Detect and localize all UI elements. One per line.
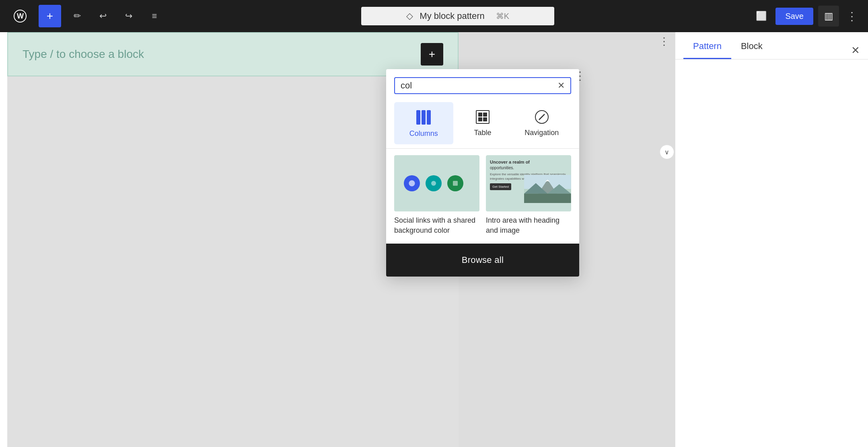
columns-label: Columns	[409, 129, 438, 138]
inserter-more-button[interactable]: ⋮	[574, 69, 586, 82]
sidebar-layout-icon: ▥	[824, 10, 833, 22]
pattern-card-social[interactable]: Social links with a shared background co…	[394, 155, 479, 236]
browse-all-button[interactable]: Browse all	[386, 244, 579, 277]
keyboard-shortcut: ⌘K	[496, 11, 509, 21]
undo-button[interactable]: ↩	[93, 6, 113, 26]
list-view-icon: ≡	[152, 11, 157, 21]
inserter-more-icon: ⋮	[574, 70, 586, 82]
plus-icon: +	[47, 10, 53, 23]
toolbar: W + ✏ ↩ ↪ ≡ ◇ My block pattern ⌘K ⬜ Save…	[0, 0, 868, 32]
social-dot-1	[404, 175, 420, 191]
add-block-inline-button[interactable]: +	[421, 43, 443, 66]
columns-icon	[416, 110, 431, 125]
title-bar[interactable]: ◇ My block pattern ⌘K	[361, 7, 554, 25]
toolbar-right: ⬜ Save ▥ ⋮	[751, 6, 860, 27]
svg-point-4	[431, 181, 436, 186]
pattern-card-intro[interactable]: Uncover a realm of opportunities. Explor…	[486, 155, 571, 236]
plus-inline-icon: +	[429, 48, 435, 61]
pattern-preview-intro: Uncover a realm of opportunities. Explor…	[486, 155, 571, 211]
chevron-down-icon: ∨	[664, 148, 669, 156]
search-input[interactable]	[401, 80, 557, 91]
redo-icon: ↪	[125, 11, 132, 21]
redo-button[interactable]: ↪	[119, 6, 138, 26]
list-view-button[interactable]: ≡	[145, 6, 164, 26]
tab-pattern[interactable]: Pattern	[683, 35, 731, 59]
right-sidebar: Pattern Block ✕	[675, 32, 868, 447]
diamond-icon: ◇	[406, 11, 413, 21]
intro-mountain-image	[524, 166, 571, 211]
svg-rect-5	[453, 181, 458, 186]
placeholder-text: Type / to choose a block	[23, 48, 144, 61]
page-title: My block pattern	[420, 11, 484, 21]
sidebar-toggle-button[interactable]: ▥	[818, 6, 839, 27]
canvas-left-border	[0, 32, 7, 447]
navigation-icon	[535, 110, 549, 124]
block-item-table[interactable]: Table	[453, 102, 512, 144]
svg-text:W: W	[17, 12, 24, 20]
pencil-button[interactable]: ✏	[68, 6, 87, 26]
sidebar-collapse-button[interactable]: ∨	[660, 145, 674, 159]
block-items-row: Columns Table Navigation	[386, 102, 579, 148]
search-clear-button[interactable]: ✕	[557, 80, 565, 91]
block-item-navigation[interactable]: Navigation	[512, 102, 571, 144]
title-bar-container: ◇ My block pattern ⌘K	[171, 7, 745, 25]
table-icon	[476, 110, 490, 124]
block-item-columns[interactable]: Columns	[394, 102, 453, 144]
sidebar-more-button[interactable]: ⋮	[659, 35, 669, 48]
save-button[interactable]: Save	[775, 8, 813, 25]
pencil-icon: ✏	[74, 11, 81, 21]
sidebar-tabs: Pattern Block ✕	[675, 32, 868, 59]
search-box: ✕	[394, 77, 571, 94]
section-divider	[386, 148, 579, 149]
tab-block[interactable]: Block	[731, 35, 772, 59]
pattern-grid: Social links with a shared background co…	[386, 155, 579, 244]
pattern-label-social: Social links with a shared background co…	[394, 215, 479, 236]
svg-rect-12	[524, 194, 571, 203]
social-dot-2	[426, 175, 442, 191]
social-dot-3	[447, 175, 463, 191]
sidebar-close-button[interactable]: ✕	[851, 44, 860, 59]
add-block-toolbar-button[interactable]: +	[39, 5, 61, 27]
desktop-preview-button[interactable]: ⬜	[751, 6, 771, 26]
navigation-label: Navigation	[525, 129, 559, 137]
table-label: Table	[474, 129, 491, 137]
pattern-preview-social	[394, 155, 479, 211]
inserter-popup: ✕ Columns Table	[386, 69, 579, 277]
more-options-button[interactable]: ⋮	[844, 7, 860, 25]
pattern-label-intro: Intro area with heading and image	[486, 215, 571, 236]
svg-line-2	[539, 114, 545, 120]
sidebar-content	[675, 59, 868, 447]
desktop-icon: ⬜	[756, 11, 767, 21]
wp-logo: W	[8, 4, 32, 28]
undo-icon: ↩	[99, 11, 107, 21]
sidebar-more-icon: ⋮	[659, 35, 669, 47]
more-options-icon: ⋮	[846, 10, 858, 23]
